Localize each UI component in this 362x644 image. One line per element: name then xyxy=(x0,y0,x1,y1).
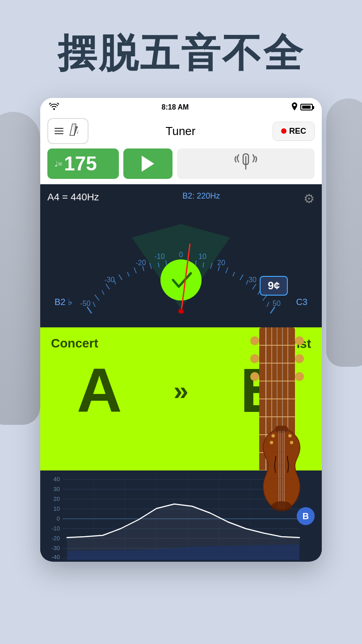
rec-label: REC xyxy=(289,127,306,136)
svg-text:20: 20 xyxy=(217,259,225,267)
svg-point-95 xyxy=(272,501,292,512)
concert-arrows-icon: » xyxy=(173,375,188,406)
tuner-note: B2: 220Hz xyxy=(182,191,220,201)
tuning-fork-button[interactable] xyxy=(177,148,315,179)
svg-point-61 xyxy=(295,336,304,345)
svg-point-60 xyxy=(250,372,259,381)
status-time: 8:18 AM xyxy=(162,103,189,111)
svg-line-22 xyxy=(102,290,104,295)
violin-svg xyxy=(241,426,322,560)
app-header: ♩ Tuner REC xyxy=(40,114,322,148)
b-note-badge: B xyxy=(297,507,315,525)
svg-text:-10: -10 xyxy=(51,525,60,532)
check-circle xyxy=(160,259,202,301)
svg-text:-40: -40 xyxy=(51,554,60,560)
note-label-right: C3 xyxy=(296,297,307,307)
play-button[interactable] xyxy=(123,148,173,179)
svg-line-30 xyxy=(218,266,219,271)
svg-point-96 xyxy=(272,434,275,438)
svg-line-7 xyxy=(95,295,99,301)
meter-svg: -50 -30 -20 -10 0 10 20 30 50 xyxy=(47,211,315,314)
menu-icon xyxy=(55,128,63,134)
controls-row: ♩= 175 xyxy=(40,148,322,184)
svg-text:-30: -30 xyxy=(104,276,114,284)
svg-text:40: 40 xyxy=(54,476,60,483)
svg-line-24 xyxy=(127,272,129,276)
rec-dot xyxy=(281,128,286,134)
svg-text:10: 10 xyxy=(198,253,206,260)
graph-section: 40 30 20 10 0 -10 -20 -30 -40 B xyxy=(40,470,322,562)
svg-text:♩: ♩ xyxy=(76,129,79,134)
svg-line-18 xyxy=(253,284,256,289)
svg-text:50: 50 xyxy=(273,300,281,307)
tuning-fork-icon xyxy=(232,152,259,175)
needle-pivot xyxy=(178,309,184,314)
svg-line-25 xyxy=(143,266,144,271)
svg-text:30: 30 xyxy=(248,276,257,284)
tuner-display: A4 = 440Hz B2: 220Hz ⚙ xyxy=(40,184,322,327)
app-title: Tuner xyxy=(166,124,196,138)
metronome-icon: ♩ xyxy=(67,123,81,140)
svg-line-31 xyxy=(233,272,235,276)
svg-text:-10: -10 xyxy=(154,253,164,260)
svg-text:0: 0 xyxy=(179,251,183,258)
tuner-frequency: A4 = 440Hz xyxy=(47,191,99,203)
battery-icon xyxy=(300,104,313,110)
wifi-icon xyxy=(49,103,59,111)
status-bar: 8:18 AM xyxy=(40,98,322,114)
bpm-note-symbol: ♩= xyxy=(55,160,62,168)
svg-point-97 xyxy=(288,434,292,438)
main-title: 摆脱五音不全 xyxy=(0,27,362,80)
svg-line-10 xyxy=(134,267,136,273)
concert-note-from: A xyxy=(77,359,122,422)
main-title-section: 摆脱五音不全 xyxy=(0,0,362,98)
svg-text:-30: -30 xyxy=(51,545,60,551)
violin-overlay xyxy=(241,426,322,562)
svg-point-99 xyxy=(290,441,294,445)
svg-line-16 xyxy=(226,267,228,273)
menu-music-button[interactable]: ♩ xyxy=(47,118,88,144)
svg-text:0: 0 xyxy=(57,515,60,522)
status-right xyxy=(291,102,313,112)
tuner-top-row: A4 = 440Hz B2: 220Hz ⚙ xyxy=(47,191,315,206)
svg-point-63 xyxy=(295,372,304,381)
bpm-value: 175 xyxy=(64,154,97,174)
phone-mockup: 8:18 AM xyxy=(40,98,322,562)
svg-line-8 xyxy=(106,284,109,289)
svg-point-59 xyxy=(250,354,259,363)
note-label-left: B2 ♭ xyxy=(55,297,72,307)
tuner-meter: -50 -30 -20 -10 0 10 20 30 50 xyxy=(47,211,315,314)
svg-text:10: 10 xyxy=(54,505,60,512)
svg-point-98 xyxy=(270,441,274,445)
svg-text:-50: -50 xyxy=(80,300,90,307)
svg-line-6 xyxy=(87,307,92,314)
svg-point-62 xyxy=(295,354,304,363)
svg-line-17 xyxy=(240,275,243,280)
cents-badge: 9¢ xyxy=(260,276,288,296)
svg-text:-20: -20 xyxy=(135,259,146,267)
svg-line-21 xyxy=(93,302,95,307)
svg-text:-20: -20 xyxy=(51,535,60,542)
location-icon xyxy=(291,102,298,112)
concert-label: Concert xyxy=(51,336,98,351)
svg-text:20: 20 xyxy=(54,496,60,502)
play-triangle-icon xyxy=(142,156,154,172)
svg-line-9 xyxy=(119,275,122,280)
svg-line-34 xyxy=(267,302,269,307)
svg-point-58 xyxy=(250,336,259,345)
svg-line-20 xyxy=(270,307,275,314)
settings-icon[interactable]: ⚙ xyxy=(303,191,315,206)
rec-button[interactable]: REC xyxy=(273,122,315,141)
svg-text:30: 30 xyxy=(54,486,60,492)
bpm-display: ♩= 175 xyxy=(47,148,119,179)
svg-line-32 xyxy=(246,280,248,284)
